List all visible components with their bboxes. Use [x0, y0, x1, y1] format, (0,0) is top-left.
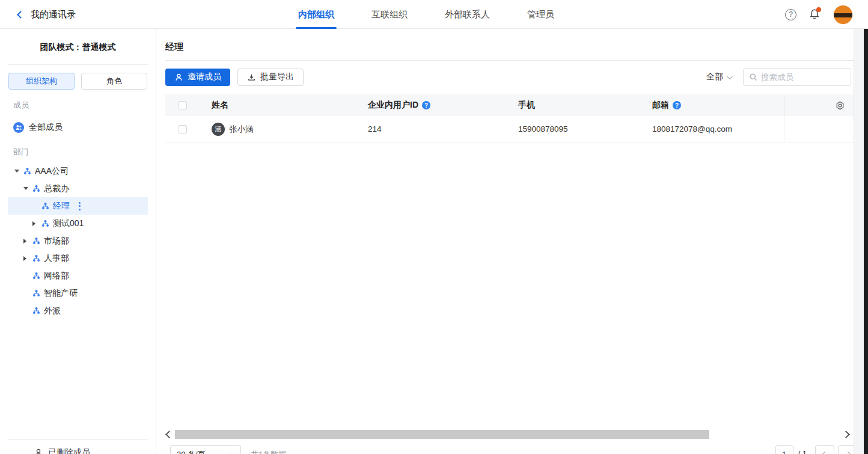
department-icon	[32, 185, 40, 192]
notification-dot	[816, 7, 821, 12]
team-mode-label: 团队模式：普通模式	[0, 42, 156, 53]
background-window-edge	[864, 0, 868, 454]
scroll-left-icon[interactable]	[165, 431, 173, 438]
chevron-right-icon	[845, 451, 851, 454]
members-table: 姓名 企业内用户ID 手机 邮箱 涵 张小涵 214 15900878095	[165, 94, 854, 143]
page-number-input[interactable]: 1	[775, 445, 793, 454]
member-email: 1808172078@qq.com	[652, 124, 732, 133]
department-tree: AAA公司 总裁办 经理 测试001 市场部	[0, 162, 156, 319]
horizontal-scrollbar[interactable]	[165, 429, 854, 440]
search-icon	[749, 73, 757, 81]
member-name: 张小涵	[229, 124, 254, 135]
department-icon	[32, 272, 40, 280]
page-size-select[interactable]: 30 条/页	[170, 445, 241, 454]
tree-item-hr[interactable]: 人事部	[8, 250, 148, 267]
invite-members-button[interactable]: 邀请成员	[165, 69, 230, 86]
col-user-id: 企业内用户ID	[368, 100, 418, 111]
tree-item-outsourced[interactable]: 外派	[8, 302, 148, 319]
chevron-down-icon	[727, 73, 733, 79]
batch-export-label: 批量导出	[260, 72, 294, 82]
department-icon	[32, 307, 40, 314]
col-phone: 手机	[518, 100, 535, 109]
toolbar: 邀请成员 批量导出 全部	[165, 68, 851, 86]
tab-internal-org[interactable]: 内部组织	[297, 0, 335, 29]
search-input[interactable]	[761, 73, 845, 82]
caret-expanded-icon[interactable]	[14, 167, 23, 176]
chevron-left-icon	[17, 11, 25, 19]
vertical-scrollbar-track[interactable]	[854, 29, 864, 454]
help-badge-icon[interactable]	[673, 101, 681, 109]
row-checkbox[interactable]	[179, 125, 187, 133]
deleted-members-item[interactable]: 已删除成员	[0, 447, 156, 454]
person-icon	[174, 73, 183, 82]
caret-collapsed-icon[interactable]	[23, 237, 32, 245]
tree-item-president-office[interactable]: 总裁办	[8, 180, 148, 197]
members-section-label: 成员	[13, 100, 156, 111]
more-actions-icon[interactable]	[79, 202, 81, 210]
tree-item-label: 经理	[53, 201, 70, 212]
bell-icon[interactable]	[808, 8, 822, 21]
user-avatar[interactable]	[834, 5, 852, 24]
tree-item-label: 市场部	[44, 236, 69, 247]
search-box	[743, 68, 851, 86]
col-name: 姓名	[212, 100, 228, 111]
tree-item-label: 智能产研	[44, 288, 78, 299]
filter-dropdown[interactable]: 全部	[706, 72, 731, 82]
settings-gear-icon[interactable]	[835, 100, 845, 111]
help-icon[interactable]	[785, 9, 796, 20]
tab-connected-org[interactable]: 互联组织	[370, 0, 409, 29]
org-structure-button[interactable]: 组织架构	[8, 73, 75, 90]
member-row[interactable]: 涵 张小涵 214 15900878095 1808172078@qq.com	[165, 116, 854, 143]
sidebar-divider	[8, 64, 148, 65]
sidebar-footer-divider	[8, 439, 148, 440]
prev-page-button[interactable]	[815, 445, 834, 454]
tab-external-contacts[interactable]: 外部联系人	[444, 0, 491, 29]
scroll-right-icon[interactable]	[842, 431, 850, 438]
department-icon	[23, 167, 31, 175]
sidebar: 团队模式：普通模式 组织架构 角色 成员 全部成员 部门 AAA公司	[0, 29, 156, 454]
caret-expanded-icon[interactable]	[23, 185, 32, 193]
role-button[interactable]: 角色	[81, 73, 147, 90]
tree-item-network[interactable]: 网络部	[8, 267, 148, 284]
member-user-id: 214	[368, 124, 382, 133]
filter-value: 全部	[706, 72, 723, 82]
tree-item-label: AAA公司	[35, 166, 69, 177]
view-toggle: 组织架构 角色	[8, 73, 147, 90]
tree-item-label: 总裁办	[44, 183, 69, 194]
tree-item-label: 人事部	[44, 253, 69, 264]
tree-item-marketing[interactable]: 市场部	[8, 232, 148, 250]
table-header: 姓名 企业内用户ID 手机 邮箱	[165, 94, 854, 116]
department-icon	[41, 202, 49, 210]
department-icon	[41, 219, 49, 227]
batch-export-button[interactable]: 批量导出	[237, 69, 304, 86]
tree-item-test001[interactable]: 测试001	[8, 215, 148, 232]
tree-item-manager[interactable]: 经理	[8, 197, 148, 215]
department-icon	[32, 237, 40, 245]
departments-section-label: 部门	[13, 147, 156, 158]
all-members-label: 全部成员	[29, 122, 63, 133]
tree-item-smart-rd[interactable]: 智能产研	[8, 284, 148, 302]
title-divider	[165, 60, 854, 61]
caret-collapsed-icon[interactable]	[32, 219, 41, 228]
member-phone: 15900878095	[518, 124, 568, 133]
deleted-members-label: 已删除成员	[48, 447, 90, 454]
tree-item-label: 网络部	[44, 271, 69, 281]
all-members-item[interactable]: 全部成员	[0, 118, 156, 137]
caret-collapsed-icon[interactable]	[23, 254, 32, 263]
download-icon	[247, 73, 256, 82]
tree-item-aaa-company[interactable]: AAA公司	[8, 162, 148, 180]
deleted-member-icon	[34, 448, 43, 454]
col-email: 邮箱	[652, 100, 669, 111]
member-avatar: 涵	[212, 123, 225, 136]
scrollbar-thumb[interactable]	[175, 430, 709, 439]
help-badge-icon[interactable]	[422, 101, 430, 109]
department-icon	[32, 289, 40, 297]
caret-placeholder	[23, 307, 32, 315]
page-title: 经理	[165, 41, 183, 53]
back-button[interactable]: 我的通讯录	[18, 0, 76, 29]
top-bar: 我的通讯录 内部组织 互联组织 外部联系人 管理员	[0, 0, 868, 29]
page-context-title: 我的通讯录	[31, 9, 76, 20]
tree-item-label: 外派	[44, 305, 61, 316]
tab-admins[interactable]: 管理员	[526, 0, 555, 29]
select-all-checkbox[interactable]	[179, 101, 187, 109]
